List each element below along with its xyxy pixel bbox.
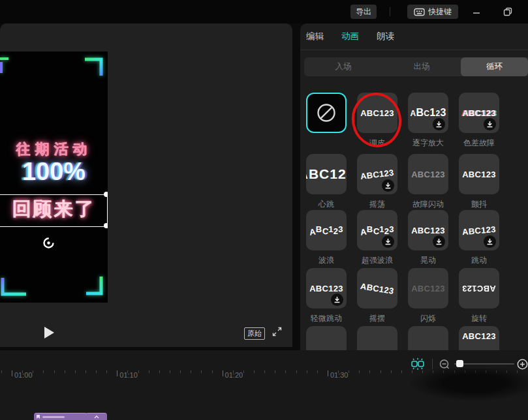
download-icon: [334, 296, 341, 303]
animation-tile-label: 旋转: [459, 313, 499, 324]
video-canvas[interactable]: 往期活动 100% 回顾来了: [0, 52, 108, 303]
tab-edit[interactable]: 编辑: [306, 31, 324, 42]
animation-tile[interactable]: ABC123: [357, 326, 397, 350]
animation-tile[interactable]: ABC123: [408, 326, 448, 350]
shortcuts-button[interactable]: 快捷键: [407, 5, 458, 19]
timeline-ruler[interactable]: 01:0001:1001:2001:30: [0, 370, 528, 384]
subtab-in[interactable]: 入场: [304, 57, 382, 76]
shortcuts-button-label: 快捷键: [428, 7, 452, 18]
ruler-tick: [243, 370, 244, 373]
animation-tile[interactable]: ABC123: [459, 326, 499, 350]
animation-tile[interactable]: ABC123: [357, 210, 397, 250]
animation-cell: ABC123 色差故障: [459, 93, 510, 149]
selection-handle-bottom-right[interactable]: [104, 223, 108, 228]
animation-tile[interactable]: ABC123: [306, 210, 347, 250]
subtab-out[interactable]: 出场: [382, 57, 461, 76]
download-badge: [331, 293, 343, 306]
animation-sample-text: ABC123: [462, 170, 496, 179]
ruler-tick: [180, 370, 181, 373]
fullscreen-icon[interactable]: [272, 327, 282, 337]
ruler-tick: [201, 370, 202, 373]
restore-button[interactable]: [502, 6, 514, 18]
timeline-zoom-slider-handle[interactable]: [456, 360, 463, 367]
ruler-tick: [517, 370, 518, 373]
ruler-tick: [191, 370, 191, 373]
animation-tile[interactable]: ABC123: [459, 154, 499, 194]
ruler-tick: [75, 370, 76, 373]
animation-sample-text: ABC123: [360, 281, 394, 296]
selection-handle-top-right[interactable]: [104, 192, 108, 197]
animation-tile-none[interactable]: [306, 93, 347, 133]
animation-tile[interactable]: ABC123: [408, 268, 448, 308]
download-badge: [382, 179, 394, 192]
ruler-tick: [254, 370, 255, 373]
download-icon: [435, 238, 443, 245]
play-button[interactable]: [44, 327, 54, 338]
ruler-tick: [1, 370, 2, 373]
subtab-loop[interactable]: 循环: [461, 57, 528, 76]
download-icon: [384, 182, 392, 189]
zoom-out-icon[interactable]: [439, 359, 450, 370]
preview-controls: 原始: [0, 323, 292, 347]
export-button[interactable]: 导出: [350, 5, 377, 19]
toolbar-divider: [432, 359, 433, 369]
animation-panel: 编辑 动画 朗读 入场 出场 循环 ABC123调皮ABC123 逐字放大ABC…: [300, 23, 528, 350]
animation-tile[interactable]: ABC123: [357, 268, 397, 308]
animation-cell: ABC123旋转: [459, 268, 510, 324]
animation-cell: ABC123: [357, 326, 408, 350]
animation-cell: ABC123调皮: [357, 93, 408, 149]
animation-tile[interactable]: ABC123: [306, 326, 347, 350]
animation-tile[interactable]: ABC123: [306, 154, 347, 194]
ruler-tick: [486, 370, 486, 373]
text-clip-2[interactable]: [85, 413, 107, 420]
animation-tile-label: 调皮: [357, 138, 397, 149]
ruler-tick: [496, 370, 497, 373]
ruler-tick: [296, 370, 297, 373]
download-icon: [486, 238, 493, 245]
ruler-tick: [454, 370, 455, 373]
download-icon: [384, 238, 392, 245]
preview-axis-icon[interactable]: [410, 357, 426, 371]
video-text-line2: 100%: [0, 158, 108, 186]
animation-tile[interactable]: ABC123: [459, 268, 499, 308]
animation-tile[interactable]: ABC123: [459, 93, 499, 133]
animation-cell: ABC123摇摆: [357, 268, 408, 324]
ruler-tick: [391, 370, 392, 373]
tab-read-aloud[interactable]: 朗读: [377, 31, 394, 42]
ruler-tick: [264, 370, 265, 373]
ruler-tick: [475, 370, 476, 373]
tab-animation[interactable]: 动画: [341, 31, 359, 42]
rotate-handle-icon[interactable]: [42, 237, 55, 249]
animation-tile-label: 摇摆: [357, 313, 397, 324]
panel-tabs: 编辑 动画 朗读: [306, 31, 394, 42]
original-quality-badge[interactable]: 原始: [244, 327, 265, 340]
animation-tile-label: 颤抖: [459, 199, 499, 210]
ruler-tick: [85, 370, 86, 373]
animation-tile[interactable]: ABC123: [357, 154, 397, 194]
animation-tile[interactable]: ABC123: [459, 210, 499, 250]
animation-tile[interactable]: ABC123: [306, 268, 347, 308]
animation-cell: ABC123颤抖: [459, 154, 510, 210]
ruler-tick: [412, 370, 412, 373]
minimize-button[interactable]: [471, 6, 482, 18]
ruler-tick: [33, 370, 33, 373]
timeline-panel: 01:0001:1001:2001:30: [0, 350, 528, 420]
animation-sample-text: ABC123: [411, 284, 445, 293]
video-text-line3: 回顾来了: [0, 196, 108, 222]
animation-sample-text: ABC123: [306, 166, 347, 182]
animation-cell: ABC123心跳: [306, 154, 357, 210]
animation-sample-text: ABC123: [462, 331, 496, 341]
zoom-in-icon[interactable]: [516, 358, 528, 370]
animation-tile[interactable]: ABC123: [408, 210, 448, 250]
ruler-tick: [285, 370, 286, 373]
animation-tile[interactable]: ABC123: [408, 93, 448, 133]
animation-sample-text: ABC123: [462, 284, 496, 293]
animation-tile[interactable]: ABC123: [408, 154, 448, 194]
animation-tile[interactable]: ABC123: [357, 93, 397, 133]
ruler-tick: [349, 370, 349, 373]
download-badge: [433, 235, 445, 248]
download-badge: [433, 118, 445, 130]
animation-cell: ABC123 跳动: [459, 210, 510, 266]
ruler-tick: [401, 370, 402, 373]
text-clip[interactable]: [34, 413, 87, 420]
